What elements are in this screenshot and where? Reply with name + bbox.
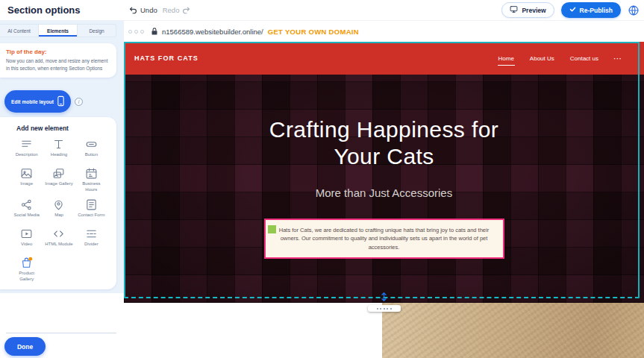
phone-icon bbox=[57, 95, 64, 107]
element-label: Description bbox=[16, 152, 38, 158]
button-icon bbox=[84, 137, 98, 151]
sidebar-divider bbox=[6, 333, 116, 333]
add-element-button[interactable]: Button bbox=[75, 137, 107, 161]
hero-heading[interactable]: Crafting Happiness forYour Cats bbox=[124, 116, 644, 170]
redo-icon bbox=[182, 6, 191, 15]
share-icon bbox=[20, 198, 34, 211]
image-gallery-icon bbox=[52, 166, 66, 180]
text-lines-icon bbox=[20, 137, 34, 151]
tip-title: Tip of the day: bbox=[6, 48, 109, 55]
add-element-map[interactable]: Map bbox=[43, 198, 75, 222]
element-label: Business Hours bbox=[76, 181, 106, 192]
shopping-bag-icon bbox=[20, 256, 34, 269]
element-label: HTML Module bbox=[45, 242, 72, 248]
video-icon bbox=[20, 227, 34, 240]
topbar: Section options Undo Redo Preview bbox=[0, 0, 644, 21]
next-section-image bbox=[382, 303, 644, 358]
get-domain-link[interactable]: GET YOUR OWN DOMAIN bbox=[268, 28, 359, 36]
undo-icon bbox=[128, 6, 137, 15]
map-pin-icon bbox=[52, 198, 66, 211]
tab-elements[interactable]: Elements bbox=[39, 25, 78, 37]
sidebar: AI Content Elements Design Tip of the da… bbox=[0, 21, 124, 358]
info-icon[interactable]: i bbox=[75, 98, 83, 106]
site-url[interactable]: n1566589.websitebuilder.online/ bbox=[162, 28, 263, 36]
add-element-video[interactable]: Video bbox=[10, 227, 43, 251]
hero-heading-line2: Your Cats bbox=[334, 144, 434, 169]
monitor-icon bbox=[510, 5, 518, 15]
redo-button[interactable]: Redo bbox=[163, 6, 192, 15]
site-preview: Hats for Cats Home About Us Contact us ⋯… bbox=[124, 42, 644, 358]
site-navbar: Hats for Cats Home About Us Contact us ⋯ bbox=[124, 42, 644, 75]
add-element-image-gallery[interactable]: Image Gallery bbox=[43, 166, 75, 192]
add-element-description[interactable]: Description bbox=[10, 137, 43, 161]
nav-link-home[interactable]: Home bbox=[498, 51, 515, 66]
element-label: Social Media bbox=[13, 213, 39, 219]
undo-label: Undo bbox=[140, 6, 157, 14]
element-label: Image Gallery bbox=[45, 181, 72, 187]
sidebar-tabs: AI Content Elements Design bbox=[0, 24, 116, 37]
tip-body: Now you can add, move and resize any ele… bbox=[6, 57, 109, 72]
undo-button[interactable]: Undo bbox=[128, 6, 157, 15]
redo-label: Redo bbox=[163, 6, 180, 14]
preview-button[interactable]: Preview bbox=[501, 2, 554, 18]
new-badge-dot bbox=[29, 257, 33, 260]
add-element-social-media[interactable]: Social Media bbox=[10, 198, 43, 222]
hero-paragraph: Hats for Cats, we are dedicated to craft… bbox=[279, 227, 489, 251]
done-button[interactable]: Done bbox=[4, 337, 46, 356]
check-icon bbox=[569, 6, 576, 14]
add-element-divider[interactable]: Divider bbox=[75, 227, 107, 251]
image-icon bbox=[20, 166, 34, 180]
element-label: Button bbox=[85, 152, 98, 158]
undo-redo-group: Undo Redo bbox=[128, 6, 191, 15]
tab-design[interactable]: Design bbox=[78, 25, 116, 37]
resize-grip bbox=[368, 305, 401, 312]
add-element-business-hours[interactable]: Business Hours bbox=[75, 166, 107, 192]
code-icon bbox=[52, 227, 66, 240]
lock-icon bbox=[151, 27, 158, 36]
element-label: Product Gallery bbox=[12, 271, 42, 282]
preview-label: Preview bbox=[522, 7, 545, 14]
window-dots bbox=[128, 30, 144, 34]
add-element-grid: Description Heading Button Image Image G bbox=[0, 137, 116, 282]
window-dot bbox=[134, 30, 138, 34]
element-label: Divider bbox=[84, 242, 99, 248]
app: Section options Undo Redo Preview bbox=[0, 0, 644, 358]
hero-subheading[interactable]: More than Just Accessories bbox=[124, 186, 644, 199]
hero-heading-line1: Crafting Happiness for bbox=[269, 117, 498, 142]
hero-paragraph-box[interactable]: Hats for Cats, we are dedicated to craft… bbox=[264, 219, 504, 259]
element-label: Contact Form bbox=[78, 213, 104, 219]
divider-icon bbox=[84, 227, 98, 240]
heading-icon bbox=[52, 137, 66, 151]
add-element-html-module[interactable]: HTML Module bbox=[43, 227, 75, 251]
add-element-panel: Add new element Description Heading Butt… bbox=[0, 117, 116, 289]
browser-bar: n1566589.websitebuilder.online/ GET YOUR… bbox=[124, 21, 644, 42]
add-element-product-gallery[interactable]: Product Gallery bbox=[10, 256, 43, 282]
add-element-title: Add new element bbox=[16, 125, 116, 132]
add-element-heading[interactable]: Heading bbox=[43, 137, 75, 161]
language-globe-icon[interactable] bbox=[628, 4, 640, 16]
element-label: Image bbox=[20, 181, 33, 187]
add-element-image[interactable]: Image bbox=[10, 166, 43, 192]
element-label: Heading bbox=[51, 152, 67, 158]
site-logo[interactable]: Hats for Cats bbox=[134, 54, 198, 62]
tab-ai-content[interactable]: AI Content bbox=[0, 25, 39, 37]
hero-section[interactable]: Crafting Happiness forYour Cats More tha… bbox=[124, 75, 644, 303]
window-dot bbox=[128, 30, 132, 34]
page-title: Section options bbox=[7, 4, 81, 16]
republish-label: Re-Publish bbox=[580, 7, 613, 14]
window-dot bbox=[140, 30, 144, 34]
section-resize-handle[interactable] bbox=[368, 291, 401, 312]
republish-button[interactable]: Re-Publish bbox=[561, 2, 621, 18]
topbar-actions: Preview Re-Publish bbox=[501, 2, 640, 18]
element-drag-handle[interactable] bbox=[268, 225, 276, 233]
resize-arrows-icon bbox=[380, 291, 388, 304]
edit-mobile-layout-button[interactable]: Edit mobile layout bbox=[4, 90, 71, 113]
nav-more-icon[interactable]: ⋯ bbox=[613, 54, 622, 63]
nav-link-contact[interactable]: Contact us bbox=[569, 51, 599, 66]
edit-mobile-layout-label: Edit mobile layout bbox=[11, 99, 54, 104]
add-element-contact-form[interactable]: Contact Form bbox=[75, 198, 107, 222]
nav-link-about[interactable]: About Us bbox=[529, 51, 555, 66]
builder-canvas: n1566589.websitebuilder.online/ GET YOUR… bbox=[124, 21, 644, 358]
element-label: Video bbox=[21, 242, 32, 248]
business-hours-icon bbox=[84, 166, 98, 180]
